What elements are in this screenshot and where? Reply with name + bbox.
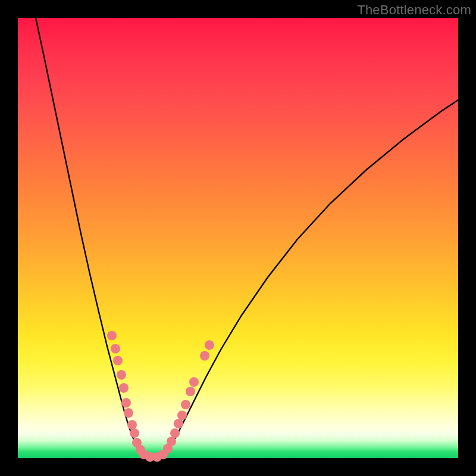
- highlight-marker: [111, 344, 120, 353]
- highlight-marker: [189, 377, 199, 387]
- highlight-marker: [181, 400, 190, 409]
- highlight-marker: [177, 411, 187, 420]
- highlight-marker: [107, 331, 117, 340]
- chart-frame: [18, 18, 458, 458]
- highlight-marker: [130, 428, 139, 438]
- highlight-marker: [167, 437, 176, 446]
- highlight-marker: [170, 428, 180, 438]
- bottleneck-curve: [18, 18, 458, 458]
- highlight-marker: [113, 356, 123, 365]
- highlight-marker: [121, 398, 131, 408]
- highlight-marker: [117, 370, 126, 380]
- highlight-marker: [174, 419, 183, 428]
- highlight-marker: [119, 383, 129, 393]
- highlight-marker: [186, 387, 195, 396]
- highlight-marker: [205, 340, 214, 350]
- watermark-text: TheBottleneck.com: [357, 2, 471, 18]
- curve-path: [36, 18, 458, 458]
- highlight-marker: [124, 408, 133, 418]
- highlight-marker: [200, 351, 209, 361]
